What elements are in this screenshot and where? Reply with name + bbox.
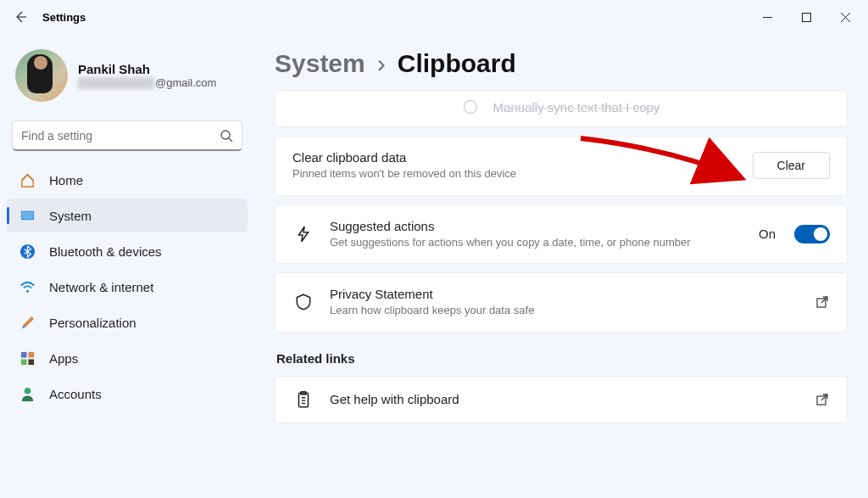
- wifi-icon: [19, 278, 36, 295]
- svg-rect-6: [20, 351, 26, 357]
- nav-label: Home: [49, 173, 83, 187]
- search-input[interactable]: [21, 129, 220, 143]
- person-icon: [19, 385, 36, 402]
- nav-label: Bluetooth & devices: [49, 244, 162, 259]
- app-title: Settings: [42, 11, 86, 24]
- card-title: Get help with clipboard: [330, 392, 799, 406]
- maximize-icon: [802, 13, 811, 22]
- card-title: Clear clipboard data: [292, 150, 737, 165]
- sidebar: Pankil Shah @gmail.com Home System Bluet…: [0, 34, 254, 498]
- card-desc: Learn how clipboard keeps your data safe: [330, 303, 799, 318]
- nav-item-system[interactable]: System: [7, 199, 248, 232]
- nav-label: System: [49, 209, 92, 223]
- close-button[interactable]: [826, 3, 865, 31]
- card-desc: Pinned items won't be removed on this de…: [292, 166, 737, 182]
- related-links-heading: Related links: [276, 351, 848, 366]
- card-title: Privacy Statement: [330, 287, 799, 301]
- card-privacy-statement[interactable]: Privacy Statement Learn how clipboard ke…: [275, 272, 848, 333]
- svg-point-1: [221, 131, 230, 139]
- radio-off-icon: [463, 99, 478, 115]
- profile-block[interactable]: Pankil Shah @gmail.com: [7, 44, 248, 117]
- arrow-left-icon: [14, 10, 27, 24]
- breadcrumb-parent[interactable]: System: [275, 49, 365, 78]
- profile-email: @gmail.com: [78, 76, 216, 89]
- toggle-state-label: On: [759, 227, 776, 241]
- minimize-button[interactable]: [748, 3, 787, 31]
- clipboard-icon: [294, 390, 313, 409]
- search-icon: [220, 129, 233, 143]
- lightning-icon: [294, 225, 313, 243]
- system-icon: [19, 207, 36, 224]
- nav-label: Apps: [49, 351, 78, 366]
- nav-list: Home System Bluetooth & devices Network …: [7, 163, 248, 411]
- avatar: [15, 49, 68, 102]
- minimize-icon: [763, 13, 772, 22]
- card-clear-clipboard: Clear clipboard data Pinned items won't …: [275, 136, 848, 196]
- svg-rect-3: [21, 211, 32, 219]
- main-content: System › Clipboard Manually sync text th…: [254, 34, 868, 498]
- svg-rect-0: [802, 13, 810, 21]
- home-icon: [19, 171, 36, 188]
- profile-name: Pankil Shah: [78, 62, 216, 76]
- search-box[interactable]: [12, 120, 242, 151]
- card-desc: Get suggestions for actions when you cop…: [330, 235, 743, 250]
- nav-item-apps[interactable]: Apps: [7, 341, 248, 375]
- chevron-right-icon: ›: [377, 49, 386, 78]
- card-get-help[interactable]: Get help with clipboard: [275, 376, 848, 423]
- svg-point-10: [24, 387, 31, 394]
- external-link-icon: [815, 294, 830, 310]
- nav-label: Personalization: [49, 316, 136, 330]
- nav-label: Network & internet: [49, 280, 153, 294]
- svg-rect-7: [28, 351, 34, 357]
- svg-rect-8: [20, 359, 26, 365]
- nav-item-network[interactable]: Network & internet: [7, 270, 248, 304]
- nav-label: Accounts: [49, 387, 102, 401]
- clear-button[interactable]: Clear: [753, 152, 830, 179]
- external-link-icon: [815, 392, 830, 407]
- svg-point-11: [464, 101, 476, 114]
- card-title: Suggested actions: [330, 219, 743, 233]
- breadcrumb: System › Clipboard: [275, 49, 848, 78]
- nav-item-home[interactable]: Home: [7, 163, 248, 197]
- toggle-switch[interactable]: [794, 225, 830, 243]
- svg-rect-9: [28, 359, 34, 365]
- maximize-button[interactable]: [787, 3, 826, 31]
- nav-item-bluetooth[interactable]: Bluetooth & devices: [7, 234, 248, 268]
- nav-item-accounts[interactable]: Accounts: [7, 377, 248, 411]
- titlebar: Settings: [0, 0, 868, 34]
- svg-point-5: [25, 289, 28, 292]
- back-button[interactable]: [3, 0, 37, 34]
- close-icon: [841, 13, 850, 22]
- shield-icon: [294, 293, 313, 311]
- card-suggested-actions[interactable]: Suggested actions Get suggestions for ac…: [275, 204, 848, 265]
- nav-item-personalization[interactable]: Personalization: [7, 305, 248, 339]
- breadcrumb-current: Clipboard: [398, 49, 516, 78]
- apps-icon: [19, 350, 36, 367]
- bluetooth-icon: [19, 243, 36, 260]
- brush-icon: [19, 314, 36, 331]
- card-sync-truncated: Manually sync text that I copy: [275, 90, 848, 127]
